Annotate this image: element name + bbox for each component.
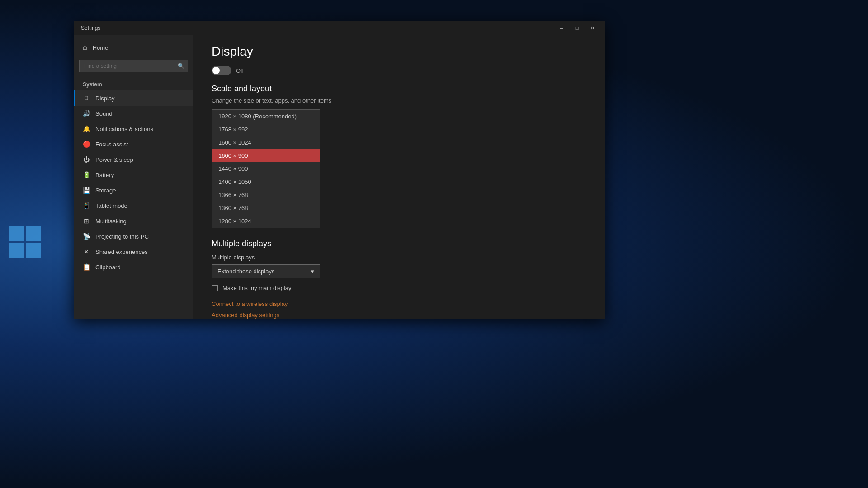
toggle-thumb: [212, 67, 220, 74]
sidebar-home-item[interactable]: ⌂ Home: [74, 39, 193, 56]
minimize-button[interactable]: –: [554, 23, 569, 33]
sidebar-item-multitasking[interactable]: ⊞ Multitasking: [74, 213, 193, 229]
battery-icon: 🔋: [83, 171, 90, 178]
sidebar-item-notifications[interactable]: 🔔 Notifications & actions: [74, 121, 193, 136]
sidebar-item-label-projecting: Projecting to this PC: [95, 233, 149, 240]
resolution-option[interactable]: 1600 × 900: [212, 149, 320, 162]
scale-layout-title: Scale and layout: [212, 84, 587, 94]
notifications-icon: 🔔: [83, 125, 90, 132]
sidebar-section-system: System: [74, 76, 193, 90]
sidebar-item-label-display: Display: [95, 95, 115, 102]
sidebar: ⌂ Home 🔍 System 🖥 Display 🔊 Sound 🔔 Noti…: [74, 35, 193, 319]
sidebar-item-label-power: Power & sleep: [95, 156, 133, 163]
clipboard-icon: 📋: [83, 263, 90, 271]
settings-window: Settings – □ ✕ ⌂ Home 🔍 System 🖥: [74, 21, 605, 319]
multiple-displays-dropdown-value: Extend these displays: [217, 268, 274, 275]
resolution-option[interactable]: 1440 × 900: [212, 162, 320, 175]
sidebar-item-label-focus: Focus assist: [95, 141, 128, 148]
sidebar-item-label-tablet: Tablet mode: [95, 202, 127, 209]
sidebar-item-storage[interactable]: 💾 Storage: [74, 183, 193, 198]
night-light-toggle[interactable]: [212, 66, 231, 75]
sidebar-item-label-sound: Sound: [95, 110, 113, 117]
main-display-checkbox-row: Make this my main display: [212, 285, 587, 291]
main-display-checkbox-label: Make this my main display: [222, 285, 291, 291]
resolution-option[interactable]: 1600 × 1024: [212, 136, 320, 149]
title-bar: Settings – □ ✕: [74, 21, 605, 35]
scale-layout-desc: Change the size of text, apps, and other…: [212, 97, 587, 104]
window-title: Settings: [81, 25, 100, 31]
projecting-icon: 📡: [83, 233, 90, 240]
maximize-button[interactable]: □: [570, 23, 584, 33]
sidebar-item-focus[interactable]: 🔴 Focus assist: [74, 136, 193, 152]
sidebar-item-label-shared: Shared experiences: [95, 249, 148, 255]
sidebar-item-label-storage: Storage: [95, 187, 116, 194]
resolution-dropdown[interactable]: 868 × 488 (Recommended)1768 × 9921600 …: [212, 109, 320, 228]
window-controls: – □ ✕: [554, 23, 599, 33]
resolution-option[interactable]: 1400 × 1050: [212, 175, 320, 188]
resolution-option[interactable]: 1768 × 992: [212, 123, 320, 136]
advanced-display-settings-link[interactable]: Advanced display settings: [212, 312, 587, 319]
page-title: Display: [212, 44, 587, 59]
multitasking-icon: ⊞: [83, 217, 90, 225]
dropdown-arrow-icon: ▾: [311, 268, 314, 275]
sidebar-item-label-multitasking: Multitasking: [95, 218, 127, 225]
sidebar-item-projecting[interactable]: 📡 Projecting to this PC: [74, 229, 193, 244]
main-display-checkbox[interactable]: [212, 285, 218, 291]
multiple-displays-label: Multiple displays: [212, 254, 587, 261]
sidebar-item-clipboard[interactable]: 📋 Clipboard: [74, 259, 193, 275]
search-icon: 🔍: [178, 63, 184, 69]
focus-icon: 🔴: [83, 141, 90, 148]
sidebar-item-battery[interactable]: 🔋 Battery: [74, 167, 193, 183]
sidebar-item-shared[interactable]: ✕ Shared experiences: [74, 244, 193, 259]
sidebar-home-label: Home: [93, 44, 108, 51]
sidebar-item-power[interactable]: ⏻ Power & sleep: [74, 152, 193, 167]
window-body: ⌂ Home 🔍 System 🖥 Display 🔊 Sound 🔔 Noti…: [74, 35, 605, 319]
power-icon: ⏻: [83, 156, 90, 163]
close-button[interactable]: ✕: [585, 23, 599, 33]
shared-icon: ✕: [83, 248, 90, 255]
sound-icon: 🔊: [83, 110, 90, 117]
home-icon: ⌂: [83, 43, 87, 52]
sidebar-item-display[interactable]: 🖥 Display: [74, 90, 193, 106]
windows-logo: [9, 226, 45, 262]
sidebar-item-tablet[interactable]: 📱 Tablet mode: [74, 198, 193, 213]
toggle-off-label: Off: [236, 67, 244, 74]
resolution-option[interactable]: 1360 × 768: [212, 202, 320, 215]
multiple-displays-title: Multiple displays: [212, 239, 587, 249]
display-icon: 🖥: [83, 94, 90, 102]
resolution-option[interactable]: 868 × 488 (Recommended): [212, 110, 320, 123]
tablet-icon: 📱: [83, 202, 90, 209]
storage-icon: 💾: [83, 187, 90, 194]
search-box: 🔍: [79, 60, 188, 72]
sidebar-item-label-battery: Battery: [95, 172, 114, 178]
sidebar-item-label-clipboard: Clipboard: [95, 264, 121, 271]
sidebar-item-sound[interactable]: 🔊 Sound: [74, 106, 193, 121]
resolution-option[interactable]: 1366 × 768: [212, 188, 320, 202]
main-content: Display Off Scale and layout Change the …: [193, 35, 605, 319]
sidebar-item-label-notifications: Notifications & actions: [95, 126, 153, 132]
resolution-option[interactable]: 1280 × 1024: [212, 215, 320, 228]
connect-wireless-link[interactable]: Connect to a wireless display: [212, 300, 587, 307]
night-light-row: Off: [212, 66, 587, 75]
multiple-displays-dropdown[interactable]: Extend these displays ▾: [212, 264, 320, 278]
sidebar-items-list: 🖥 Display 🔊 Sound 🔔 Notifications & acti…: [74, 90, 193, 275]
search-input[interactable]: [79, 60, 188, 72]
